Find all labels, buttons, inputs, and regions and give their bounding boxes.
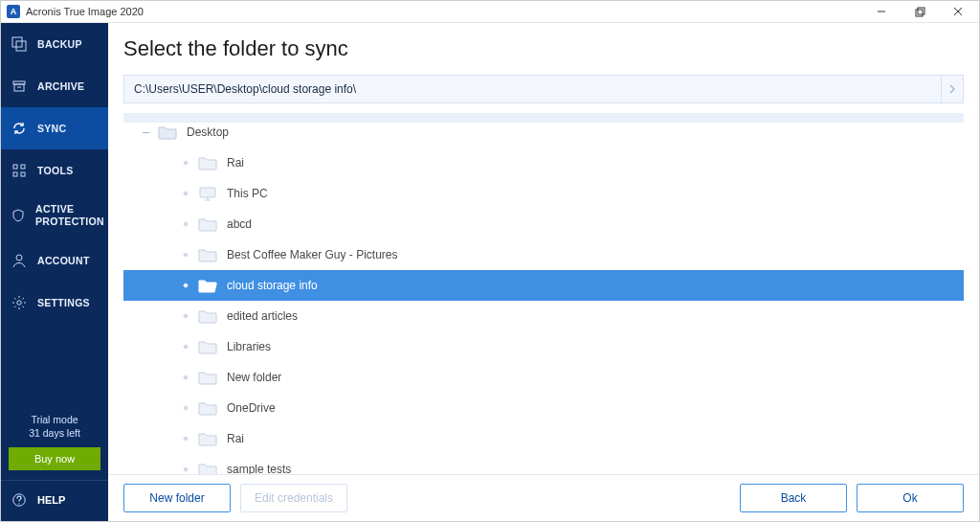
- sidebar-item-label: SETTINGS: [37, 297, 90, 309]
- folder-icon: [198, 431, 217, 446]
- shield-icon: [11, 208, 26, 223]
- sidebar-item-label: ARCHIVE: [37, 80, 84, 93]
- tree-item-label: edited articles: [227, 309, 298, 323]
- collapse-icon[interactable]: [139, 132, 152, 133]
- sidebar-item-label: BACKUP: [37, 38, 82, 51]
- backup-icon: [11, 36, 28, 52]
- expand-icon[interactable]: [179, 161, 192, 165]
- svg-rect-7: [21, 165, 25, 169]
- sidebar-item-settings[interactable]: SETTINGS: [1, 282, 108, 324]
- folder-open-icon: [198, 278, 217, 293]
- edit-credentials-button: Edit credentials: [240, 484, 347, 512]
- account-icon: [11, 253, 28, 268]
- sidebar-item-tools[interactable]: TOOLS: [1, 149, 108, 192]
- tree-item-label: Best Coffee Maker Guy - Pictures: [227, 248, 398, 261]
- new-folder-button[interactable]: New folder: [123, 484, 231, 512]
- svg-rect-1: [918, 8, 924, 14]
- help-icon: [11, 492, 28, 508]
- expand-icon[interactable]: [179, 406, 192, 410]
- buy-now-button[interactable]: Buy now: [9, 447, 100, 470]
- sidebar-item-help[interactable]: HELP: [1, 480, 108, 521]
- tree-item-label: New folder: [227, 371, 281, 384]
- svg-rect-13: [200, 188, 215, 197]
- trial-status: Trial mode 31 days left: [1, 409, 108, 443]
- svg-point-10: [16, 255, 22, 261]
- sidebar-item-label: ACTIVE PROTECTION: [35, 203, 104, 227]
- archive-icon: [11, 79, 28, 94]
- folder-tree[interactable]: Desktop RaiThis PCabcdBest Coffee Maker …: [123, 113, 964, 474]
- tree-item[interactable]: OneDrive: [123, 393, 964, 423]
- folder-icon: [198, 400, 217, 416]
- folder-icon: [198, 339, 217, 354]
- sidebar-item-label: HELP: [37, 494, 65, 506]
- folder-icon: [198, 216, 217, 232]
- tree-item-label: abcd: [227, 217, 252, 231]
- expand-icon[interactable]: [179, 437, 192, 441]
- path-go-button[interactable]: [942, 75, 964, 103]
- tree-item-label: Libraries: [227, 340, 271, 353]
- svg-rect-8: [13, 172, 17, 176]
- back-button[interactable]: Back: [740, 484, 847, 512]
- expand-icon[interactable]: [179, 284, 192, 287]
- close-button[interactable]: [939, 1, 977, 22]
- gear-icon: [11, 295, 28, 310]
- sidebar-item-account[interactable]: ACCOUNT: [1, 239, 108, 282]
- page-title: Select the folder to sync: [123, 36, 964, 61]
- tree-item-label: cloud storage info: [227, 279, 318, 292]
- main-panel: Select the folder to sync: [108, 23, 979, 521]
- tree-item-label: This PC: [227, 187, 268, 200]
- folder-icon: [198, 308, 217, 324]
- app-window: A Acronis True Image 2020 BACKUP: [0, 0, 980, 522]
- tree-root[interactable]: Desktop: [123, 113, 964, 148]
- svg-rect-3: [16, 41, 26, 51]
- tree-item[interactable]: sample tests: [123, 454, 964, 474]
- ok-button[interactable]: Ok: [857, 484, 964, 512]
- svg-rect-6: [13, 165, 17, 169]
- expand-icon[interactable]: [179, 467, 192, 471]
- tree-item[interactable]: Best Coffee Maker Guy - Pictures: [123, 239, 964, 270]
- sidebar-item-label: ACCOUNT: [37, 255, 90, 267]
- sidebar-item-active-protection[interactable]: ACTIVE PROTECTION: [1, 192, 108, 239]
- minimize-button[interactable]: [862, 1, 901, 22]
- footer: New folder Edit credentials Back Ok: [108, 474, 979, 521]
- tree-item[interactable]: Rai: [123, 423, 964, 454]
- path-input[interactable]: [123, 75, 942, 103]
- trial-line1: Trial mode: [7, 413, 102, 426]
- expand-icon[interactable]: [179, 314, 192, 318]
- tree-item[interactable]: Rai: [123, 148, 964, 178]
- expand-icon[interactable]: [179, 345, 192, 349]
- tree-item-label: OneDrive: [227, 401, 276, 415]
- sidebar-item-label: SYNC: [37, 123, 66, 135]
- tree-item[interactable]: Libraries: [123, 331, 964, 362]
- svg-rect-9: [21, 172, 25, 176]
- app-icon: A: [7, 5, 20, 18]
- maximize-button[interactable]: [901, 1, 939, 22]
- sidebar-item-label: TOOLS: [37, 165, 73, 177]
- app-title: Acronis True Image 2020: [26, 6, 144, 17]
- sidebar-item-sync[interactable]: SYNC: [1, 107, 108, 149]
- folder-icon: [198, 155, 217, 170]
- expand-icon[interactable]: [179, 192, 192, 195]
- tree-item-label: sample tests: [227, 463, 291, 474]
- svg-rect-0: [916, 10, 923, 16]
- expand-icon[interactable]: [179, 222, 192, 226]
- expand-icon[interactable]: [179, 375, 192, 379]
- path-bar: [123, 75, 964, 103]
- tree-item-label: Rai: [227, 156, 244, 170]
- sidebar-nav: BACKUP ARCHIVE SYNC: [1, 23, 108, 324]
- sidebar-item-archive[interactable]: ARCHIVE: [1, 65, 108, 107]
- trial-line2: 31 days left: [7, 426, 102, 440]
- sync-icon: [11, 121, 28, 136]
- tree-item[interactable]: abcd: [123, 209, 964, 239]
- sidebar: BACKUP ARCHIVE SYNC: [1, 23, 108, 521]
- tree-item-label: Rai: [227, 432, 244, 445]
- expand-icon[interactable]: [179, 253, 192, 257]
- tree-item[interactable]: edited articles: [123, 301, 964, 331]
- sidebar-item-backup[interactable]: BACKUP: [1, 23, 108, 65]
- folder-icon: [198, 462, 217, 474]
- tree-item[interactable]: This PC: [123, 178, 964, 209]
- tree-item[interactable]: cloud storage info: [123, 270, 964, 301]
- tree-item[interactable]: New folder: [123, 362, 964, 393]
- monitor-icon: [198, 186, 217, 201]
- svg-point-11: [17, 301, 21, 305]
